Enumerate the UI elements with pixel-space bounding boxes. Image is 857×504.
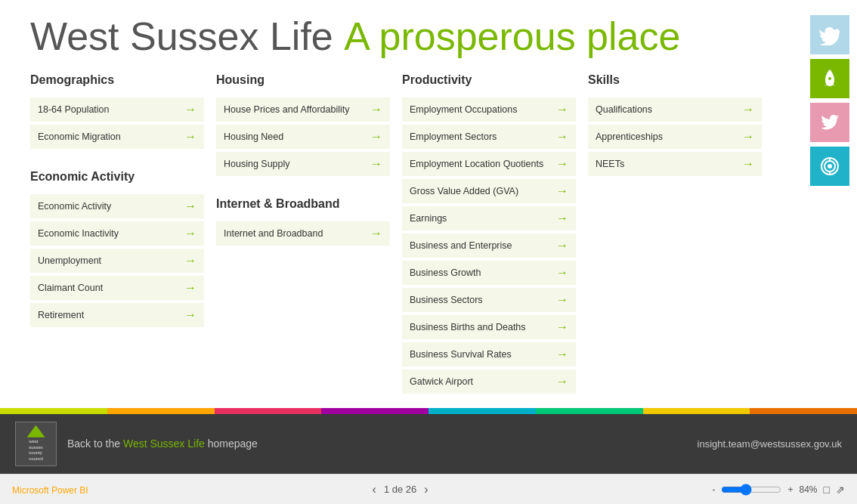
menu-item-retirement[interactable]: Retirement → — [30, 303, 204, 327]
section-internet-broadband: Internet & Broadband Internet and Broadb… — [216, 197, 390, 246]
menu-item-gatwick[interactable]: Gatwick Airport → — [402, 369, 576, 394]
section-productivity: Productivity Employment Occupations → Em… — [402, 73, 576, 397]
menu-item-housing-supply[interactable]: Housing Supply → — [216, 152, 390, 176]
color-bar-4 — [321, 408, 428, 414]
section-heading-demographics: Demographics — [30, 73, 204, 90]
wsl-logo-badge — [27, 425, 45, 438]
menu-item-business-births-deaths[interactable]: Business Births and Deaths → — [402, 315, 576, 339]
color-bar-6 — [536, 408, 643, 414]
rocket-icon-box[interactable] — [810, 59, 849, 98]
menu-item-neets[interactable]: NEETs → — [588, 152, 762, 176]
page-title: West Sussex Life A prosperous place — [30, 15, 827, 58]
section-skills: Skills Qualifications → Apprenticeships … — [588, 73, 762, 397]
menu-item-apprenticeships[interactable]: Apprenticeships → — [588, 125, 762, 149]
status-bar-center: ‹ 1 de 26 › — [373, 483, 428, 496]
section-heading-internet: Internet & Broadband — [216, 197, 390, 214]
section-heading-skills: Skills — [588, 73, 762, 90]
menu-item-business-growth[interactable]: Business Growth → — [402, 261, 576, 285]
menu-item-qualifications[interactable]: Qualifications → — [588, 97, 762, 122]
color-bar-2 — [107, 408, 215, 414]
bird-icon-box[interactable] — [810, 15, 849, 54]
main-content: West Sussex Life A prosperous place — [0, 0, 857, 408]
color-bar — [0, 408, 857, 414]
zoom-slider[interactable] — [721, 484, 781, 496]
status-bar-right: - + 84% □ ⇗ — [712, 484, 845, 496]
status-bar: Microsoft Power BI ‹ 1 de 26 › - + 84% □… — [0, 474, 857, 504]
fit-page-button[interactable]: □ — [824, 484, 830, 496]
menu-item-house-prices[interactable]: House Prices and Affordability → — [216, 97, 390, 122]
title-part2: A prosperous place — [344, 14, 680, 58]
color-bar-5 — [428, 408, 536, 414]
color-bar-7 — [643, 408, 750, 414]
menu-item-employment-sectors[interactable]: Employment Sectors → — [402, 125, 576, 149]
footer-text-after: homepage — [205, 438, 258, 450]
menu-item-economic-inactivity[interactable]: Economic Inactivity → — [30, 221, 204, 246]
menu-item-internet-broadband[interactable]: Internet and Broadband → — [216, 221, 390, 246]
menu-item-employment-location-quotients[interactable]: Employment Location Quotients → — [402, 152, 576, 176]
footer: westsussexcountycouncil Back to the West… — [0, 414, 857, 474]
color-bar-8 — [750, 408, 857, 414]
wsl-logo: westsussexcountycouncil — [15, 422, 57, 466]
twitter-icon-box[interactable] — [810, 103, 849, 142]
menu-item-gva[interactable]: Gross Value Added (GVA) → — [402, 179, 576, 203]
section-heading-economic-activity: Economic Activity — [30, 170, 204, 187]
color-bar-1 — [0, 408, 107, 414]
footer-wsl-link[interactable]: West Sussex Life — [123, 438, 205, 450]
title-part1: West Sussex Life — [30, 14, 344, 58]
section-economic-activity: Economic Activity Economic Activity → Ec… — [30, 170, 204, 327]
color-bar-3 — [215, 408, 322, 414]
section-housing: Housing House Prices and Affordability →… — [216, 73, 390, 397]
side-icons-panel — [810, 15, 849, 186]
menu-item-unemployment[interactable]: Unemployment → — [30, 249, 204, 273]
target-icon-box[interactable] — [810, 147, 849, 186]
sections-grid: Demographics 18-64 Population → Economic… — [30, 73, 827, 397]
next-page-button[interactable]: › — [424, 483, 428, 496]
menu-item-business-enterprise[interactable]: Business and Enterprise → — [402, 233, 576, 258]
menu-item-economic-migration[interactable]: Economic Migration → — [30, 125, 204, 149]
page-info: 1 de 26 — [384, 484, 416, 495]
menu-item-housing-need[interactable]: Housing Need → — [216, 125, 390, 149]
zoom-label: 84% — [800, 484, 818, 495]
prev-page-button[interactable]: ‹ — [373, 483, 376, 496]
zoom-plus[interactable]: + — [787, 484, 793, 495]
footer-text: Back to the West Sussex Life homepage — [67, 438, 258, 450]
menu-item-business-sectors[interactable]: Business Sectors → — [402, 288, 576, 312]
section-heading-productivity: Productivity — [402, 73, 576, 90]
menu-item-earnings[interactable]: Earnings → — [402, 206, 576, 230]
footer-left: westsussexcountycouncil Back to the West… — [15, 422, 258, 466]
menu-item-claimant-count[interactable]: Claimant Count → — [30, 276, 204, 300]
section-heading-housing: Housing — [216, 73, 390, 90]
powerbi-link[interactable]: Microsoft Power BI — [12, 485, 88, 496]
menu-item-employment-occupations[interactable]: Employment Occupations → — [402, 97, 576, 122]
menu-item-18-64-population[interactable]: 18-64 Population → — [30, 97, 204, 122]
menu-item-economic-activity[interactable]: Economic Activity → — [30, 194, 204, 218]
footer-email: insight.team@westsussex.gov.uk — [698, 438, 842, 450]
wsl-logo-lines: westsussexcountycouncil — [29, 439, 43, 462]
fullscreen-button[interactable]: ⇗ — [836, 484, 845, 496]
zoom-minus[interactable]: - — [712, 484, 715, 495]
status-bar-left: Microsoft Power BI — [12, 483, 88, 496]
menu-item-business-survival[interactable]: Business Survival Rates → — [402, 342, 576, 366]
svg-point-2 — [828, 164, 832, 169]
section-demographics: Demographics 18-64 Population → Economic… — [30, 73, 204, 397]
footer-text-before: Back to the — [67, 438, 123, 450]
